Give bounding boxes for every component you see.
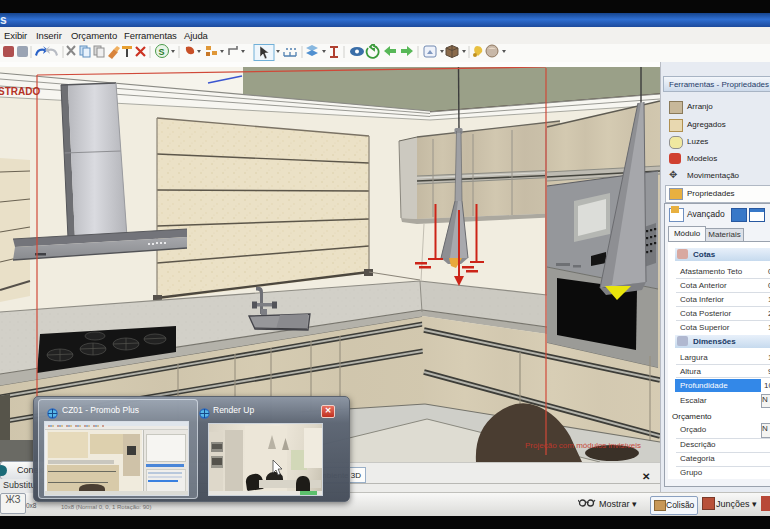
svg-text:S: S (159, 47, 165, 57)
svg-text:STRADO: STRADO (0, 86, 40, 97)
svg-text:Projeção com módulos invisívei: Projeção com módulos invisíveis (525, 441, 641, 450)
